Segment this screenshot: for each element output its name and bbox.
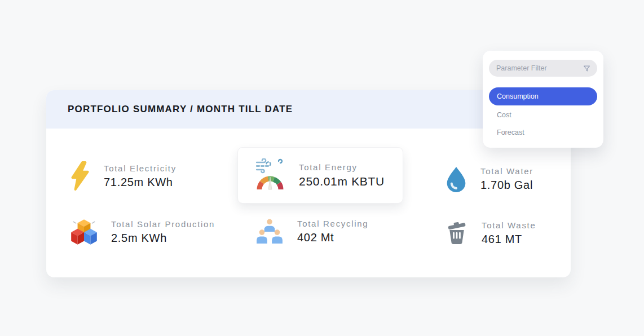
parameter-filter-input[interactable] xyxy=(496,64,575,72)
filter-option-cost[interactable]: Cost xyxy=(489,107,597,123)
metric-tile-water[interactable]: Total Water 1.70b Gal xyxy=(444,166,533,192)
filter-options-list: Consumption Cost Forecast xyxy=(489,87,597,141)
metric-label: Total Water xyxy=(480,166,533,176)
metric-value: 402 Mt xyxy=(297,231,368,244)
trash-icon xyxy=(445,220,468,246)
metric-label: Total Solar Production xyxy=(111,219,215,229)
metric-value: 1.70b Gal xyxy=(480,179,533,192)
metric-value: 250.01m KBTU xyxy=(299,175,385,188)
filter-option-consumption[interactable]: Consumption xyxy=(489,87,597,105)
metric-label: Total Recycling xyxy=(297,219,368,228)
metric-label: Total Waste xyxy=(482,220,536,230)
parameter-filter-panel: Consumption Cost Forecast xyxy=(483,51,603,148)
page-title: PORTFOLIO SUMMARY / MONTH TILL DATE xyxy=(68,104,293,115)
metrics-grid: Total Electricity 71.25m KWh xyxy=(46,129,571,277)
metric-tile-recycling[interactable]: Total Recycling 402 Mt xyxy=(255,218,368,245)
metric-value: 2.5m KWh xyxy=(111,232,215,245)
metric-label: Total Energy xyxy=(299,162,385,172)
filter-option-forecast[interactable]: Forecast xyxy=(489,124,597,141)
metric-tile-solar[interactable]: Total Solar Production 2.5m KWh xyxy=(68,218,215,246)
people-icon xyxy=(255,218,284,245)
water-drop-icon xyxy=(444,166,468,192)
air-quality-gauge-icon xyxy=(254,158,286,192)
metric-tile-waste[interactable]: Total Waste 461 MT xyxy=(445,220,536,246)
funnel-icon[interactable] xyxy=(583,64,591,73)
metric-label: Total Electricity xyxy=(104,163,177,173)
metric-tile-electricity[interactable]: Total Electricity 71.25m KWh xyxy=(70,161,177,191)
lightning-bolt-icon xyxy=(70,161,90,191)
metric-value: 461 MT xyxy=(482,233,536,246)
metric-value: 71.25m KWh xyxy=(104,176,177,189)
metric-tile-energy[interactable]: Total Energy 250.01m KBTU xyxy=(237,147,403,204)
parameter-filter-input-pill[interactable] xyxy=(489,60,597,77)
cubes-icon xyxy=(68,218,100,246)
